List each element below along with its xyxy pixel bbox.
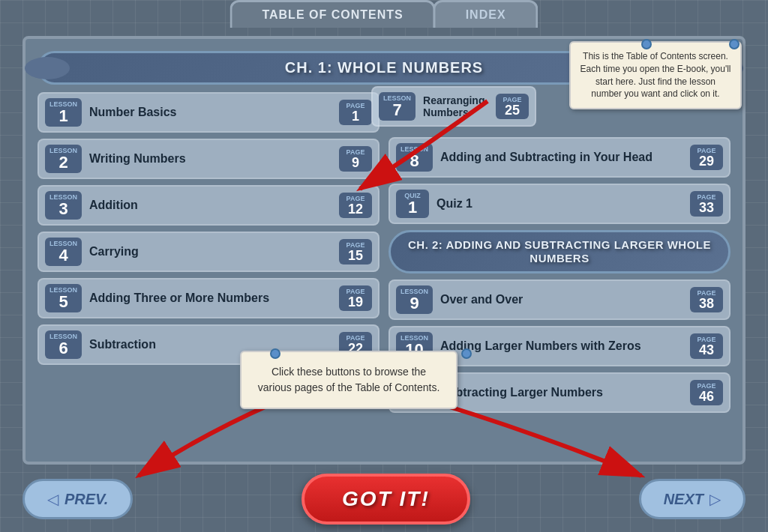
tabs-container: TABLE OF CONTENTS INDEX: [230, 0, 538, 28]
lesson-badge-2: LESSON 2: [45, 145, 82, 173]
lesson-row-9[interactable]: LESSON 9 Over and Over PAGE 38: [388, 279, 730, 320]
lesson-badge-5: LESSON 5: [45, 284, 82, 312]
quiz-badge-1: QUIZ 1: [396, 190, 429, 218]
tooltip-buttons: Click these buttons to browse the variou…: [240, 351, 458, 409]
page-badge-10: PAGE 43: [690, 333, 723, 359]
lesson-row-1[interactable]: LESSON 1 Number Basics PAGE 1: [38, 92, 380, 133]
quiz-title-1: Quiz 1: [436, 197, 682, 211]
lesson-row-4[interactable]: LESSON 4 Carrying PAGE 15: [38, 232, 380, 272]
tooltip-toc: This is the Table of Contents screen. Ea…: [569, 41, 742, 109]
pushpin-top-right: [729, 39, 740, 49]
next-button[interactable]: NEXT ▷: [639, 479, 746, 519]
lesson-badge-1: LESSON 1: [45, 98, 82, 127]
lesson-title-6: Subtraction: [89, 338, 332, 351]
page-badge-5: PAGE 19: [339, 285, 372, 311]
lesson-row-8[interactable]: LESSON 8 Adding and Subtracting in Your …: [388, 137, 730, 178]
prev-arrow-icon: ◁: [47, 490, 58, 508]
pushpin-top-left: [641, 39, 652, 49]
chapter2-banner: CH. 2: ADDING AND SUBTRACTING LARGER WHO…: [388, 230, 730, 273]
lesson-row-3[interactable]: LESSON 3 Addition PAGE 12: [38, 185, 380, 226]
pushpin-mid-right: [461, 348, 472, 359]
page-badge-1: PAGE 1: [339, 100, 372, 125]
lesson-title-5: Adding Three or More Numbers: [89, 291, 332, 305]
page-badge-4: PAGE 15: [339, 239, 372, 265]
lesson-title-10: Adding Larger Numbers with Zeros: [440, 339, 682, 353]
page-badge-9: PAGE 38: [690, 287, 723, 312]
lesson-badge-8: LESSON 8: [396, 143, 433, 172]
lesson7-floating[interactable]: LESSON 7 Rearranging Numbers PAGE 25: [371, 86, 536, 127]
page-badge-2: PAGE 9: [339, 146, 372, 172]
pushpin-mid-left: [270, 348, 280, 359]
lesson-badge-3: LESSON 3: [45, 191, 82, 220]
lesson-title-1: Number Basics: [89, 106, 332, 119]
lesson-badge-6: LESSON 6: [45, 330, 82, 359]
lesson-row-5[interactable]: LESSON 5 Adding Three or More Numbers PA…: [38, 278, 380, 318]
prev-button[interactable]: ◁ PREV.: [22, 479, 133, 519]
got-it-button[interactable]: GOT IT!: [302, 474, 470, 525]
lesson-title-7: Rearranging Numbers: [423, 94, 488, 118]
quiz-page-1: PAGE 33: [690, 191, 723, 217]
page-badge-3: PAGE 12: [339, 193, 372, 218]
tab-index[interactable]: INDEX: [434, 0, 538, 28]
lesson-title-11: Subtracting Larger Numbers: [440, 386, 682, 399]
tab-toc[interactable]: TABLE OF CONTENTS: [230, 0, 435, 28]
lesson-title-9: Over and Over: [440, 293, 682, 306]
bottom-nav: ◁ PREV. GOT IT! NEXT ▷: [0, 474, 768, 525]
lesson-badge-4: LESSON 4: [45, 238, 82, 266]
lesson-row-2[interactable]: LESSON 2 Writing Numbers PAGE 9: [38, 139, 380, 179]
lesson-title-3: Addition: [89, 199, 332, 212]
page-badge-7: PAGE 25: [496, 94, 529, 119]
page-badge-8: PAGE 29: [690, 145, 723, 170]
lesson-badge-7: LESSON 7: [379, 92, 416, 121]
quiz-row-1[interactable]: QUIZ 1 Quiz 1 PAGE 33: [388, 184, 730, 224]
next-arrow-icon: ▷: [710, 490, 721, 508]
lesson-title-4: Carrying: [89, 245, 332, 259]
page-badge-11: PAGE 46: [690, 380, 723, 405]
lesson-title-2: Writing Numbers: [89, 152, 332, 166]
lesson-badge-9: LESSON 9: [396, 285, 433, 314]
lesson-title-8: Adding and Subtracting in Your Head: [440, 151, 682, 164]
